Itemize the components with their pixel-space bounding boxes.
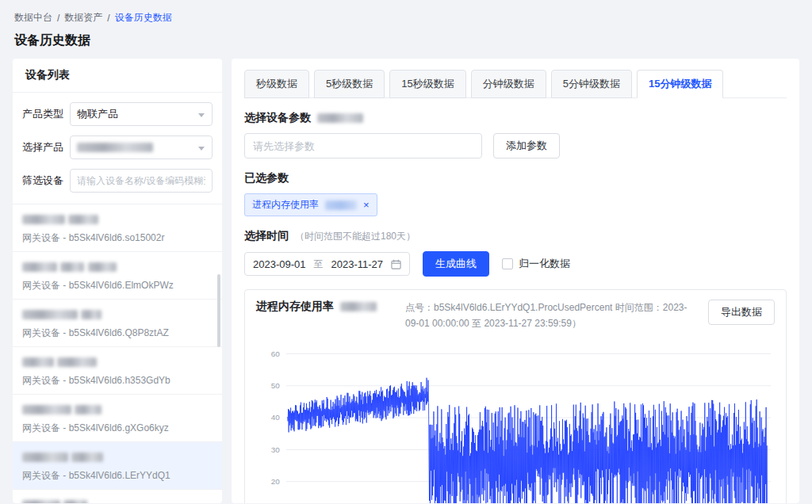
page-title: 设备历史数据 [0,25,812,59]
line-chart: 102030405060 [256,343,775,503]
device-list-item[interactable]: 网关设备 - b5Sk4lV6ld6.gXGo6kyz [13,395,222,442]
device-panel: 设备列表 产品类型 物联产品 选择产品 筛选设 [13,59,222,503]
product-type-select[interactable]: 物联产品 [70,102,213,126]
device-filter-form: 产品类型 物联产品 选择产品 筛选设备 [13,93,222,204]
normalize-checkbox[interactable] [502,258,513,269]
product-type-label: 产品类型 [22,107,70,121]
svg-text:30: 30 [271,445,281,454]
tab-5-second[interactable]: 5秒级数据 [314,70,385,98]
device-code: 网关设备 - b5Sk4lV6ld6.so15002r [22,231,213,245]
time-range-note: （时间范围不能超过180天） [295,230,416,243]
chart-subtitle: 点号：b5Sk4lV6ld6.LErYYdQ1.ProcUsedPercent … [385,300,700,332]
content: 设备列表 产品类型 物联产品 选择产品 筛选设 [0,59,812,503]
chart-title: 进程内存使用率 [256,300,377,314]
svg-text:40: 40 [271,413,281,422]
select-product-label: 选择产品 [22,140,70,155]
param-select-input[interactable] [244,133,482,158]
param-row: 添加参数 [244,133,787,158]
product-type-value: 物联产品 [77,107,118,121]
selected-param-tags: 进程内存使用率 × [244,193,787,216]
device-panel-title: 设备列表 [13,59,222,93]
export-data-button[interactable]: 导出数据 [708,300,775,325]
breadcrumb-item-device-history[interactable]: 设备历史数据 [115,11,172,25]
time-row: 2023-09-01 至 2023-11-27 生成曲线 归一化数据 [244,251,787,277]
filter-device-input[interactable] [77,175,205,186]
param-tag[interactable]: 进程内存使用率 × [244,193,377,216]
tab-15-minute[interactable]: 15分钟级数据 [637,70,723,98]
select-product-select[interactable] [70,136,213,159]
device-code: 网关设备 - b5Sk4lV6ld6.LErYYdQ1 [22,469,213,483]
normalize-label: 归一化数据 [519,257,570,271]
breadcrumb-item-data-platform[interactable]: 数据中台 [14,11,52,25]
granularity-tabs: 秒级数据 5秒级数据 15秒级数据 分钟级数据 5分钟级数据 15分钟级数据 [244,70,787,98]
breadcrumb: 数据中台 / 数据资产 / 设备历史数据 [0,0,812,25]
calendar-icon [391,259,401,269]
chevron-down-icon [198,147,205,151]
date-start: 2023-09-01 [253,258,306,270]
date-range-picker[interactable]: 2023-09-01 至 2023-11-27 [244,252,410,276]
device-code: 网关设备 - b5Sk4lV6ld6.ElmOkPWz [22,279,213,292]
svg-text:60: 60 [271,349,281,358]
select-param-label: 选择设备参数 [244,111,787,125]
device-list-item[interactable]: 网关设备 - b5Sk4lV6ld6.ElmOkPWz [13,252,222,300]
close-icon[interactable]: × [363,200,370,210]
tab-minute[interactable]: 分钟级数据 [471,70,546,98]
main-panel: 秒级数据 5秒级数据 15秒级数据 分钟级数据 5分钟级数据 15分钟级数据 选… [232,59,799,503]
select-time-label: 选择时间 （时间范围不能超过180天） [244,229,787,243]
device-list-item[interactable]: 网关设备 - b5Sk4lV6ld6.Q8P8ztAZ [13,300,222,347]
device-list-item[interactable]: 网关设备 - b5Sk4lV6ld6.lC3HalU3 [13,490,222,503]
filter-device-label: 筛选设备 [22,174,70,188]
chevron-down-icon [198,113,205,117]
chart-card: 进程内存使用率 点号：b5Sk4lV6ld6.LErYYdQ1.ProcUsed… [244,289,787,503]
date-separator: 至 [314,258,324,271]
breadcrumb-separator: / [57,13,59,24]
device-list-item-selected[interactable]: 网关设备 - b5Sk4lV6ld6.LErYYdQ1 [13,442,222,490]
redacted-text [340,302,377,311]
device-list-item[interactable]: 网关设备 - b5Sk4lV6ld6.so15002r [13,204,222,252]
chart-header: 进程内存使用率 点号：b5Sk4lV6ld6.LErYYdQ1.ProcUsed… [256,300,775,332]
normalize-checkbox-wrap[interactable]: 归一化数据 [502,257,570,271]
selected-param-label: 已选参数 [244,171,787,185]
add-param-button[interactable]: 添加参数 [493,133,560,158]
date-end: 2023-11-27 [331,258,384,270]
chart-plot-area: 102030405060 [256,343,775,503]
scrollbar-thumb[interactable] [217,274,220,347]
param-tag-text: 进程内存使用率 [252,198,319,212]
device-code: 网关设备 - b5Sk4lV6ld6.gXGo6kyz [22,422,213,435]
device-code: 网关设备 - b5Sk4lV6ld6.Q8P8ztAZ [22,326,213,340]
device-list: 网关设备 - b5Sk4lV6ld6.so15002r 网关设备 - b5Sk4… [13,204,222,503]
generate-curve-button[interactable]: 生成曲线 [423,251,489,277]
redacted-text [317,113,363,123]
redacted-text [325,200,357,210]
filter-device-inputbox [70,169,213,193]
tab-5-minute[interactable]: 5分钟级数据 [551,70,632,98]
device-code: 网关设备 - b5Sk4lV6ld6.h353GdYb [22,374,213,388]
tab-second[interactable]: 秒级数据 [244,70,309,98]
breadcrumb-separator: / [107,13,109,24]
page: 数据中台 / 数据资产 / 设备历史数据 设备历史数据 设备列表 产品类型 物联… [0,0,812,504]
device-list-item[interactable]: 网关设备 - b5Sk4lV6ld6.h353GdYb [13,347,222,395]
breadcrumb-item-data-assets[interactable]: 数据资产 [64,11,102,25]
svg-text:20: 20 [271,477,281,486]
svg-text:50: 50 [271,381,281,390]
redacted-text [77,143,153,152]
tab-15-second[interactable]: 15秒级数据 [389,70,465,98]
